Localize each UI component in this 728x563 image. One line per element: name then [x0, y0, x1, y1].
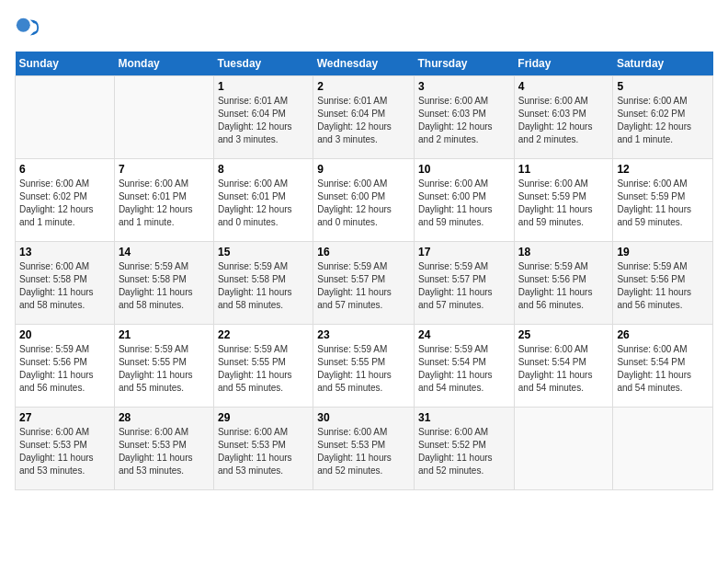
- calendar-cell: 15Sunrise: 5:59 AM Sunset: 5:58 PM Dayli…: [213, 242, 313, 325]
- day-info: Sunrise: 6:00 AM Sunset: 6:02 PM Dayligh…: [19, 178, 110, 229]
- day-number: 23: [317, 328, 410, 341]
- day-info: Sunrise: 6:00 AM Sunset: 5:54 PM Dayligh…: [617, 343, 709, 395]
- day-number: 16: [317, 246, 410, 259]
- calendar-cell: 1Sunrise: 6:01 AM Sunset: 6:04 PM Daylig…: [213, 76, 313, 159]
- day-number: 29: [218, 411, 309, 424]
- calendar-cell: 23Sunrise: 5:59 AM Sunset: 5:55 PM Dayli…: [313, 325, 415, 408]
- calendar-cell: [114, 76, 213, 159]
- calendar-cell: 4Sunrise: 6:00 AM Sunset: 6:03 PM Daylig…: [514, 76, 613, 159]
- calendar-cell: [16, 76, 115, 159]
- calendar-cell: 10Sunrise: 6:00 AM Sunset: 6:00 PM Dayli…: [415, 159, 515, 242]
- calendar-week-1: 1Sunrise: 6:01 AM Sunset: 6:04 PM Daylig…: [16, 76, 713, 159]
- calendar-cell: 13Sunrise: 6:00 AM Sunset: 5:58 PM Dayli…: [16, 242, 115, 325]
- day-info: Sunrise: 6:00 AM Sunset: 6:01 PM Dayligh…: [218, 178, 309, 229]
- calendar-week-5: 27Sunrise: 6:00 AM Sunset: 5:53 PM Dayli…: [16, 408, 713, 490]
- day-number: 3: [418, 80, 510, 93]
- calendar-cell: 27Sunrise: 6:00 AM Sunset: 5:53 PM Dayli…: [16, 408, 115, 490]
- calendar-cell: 12Sunrise: 6:00 AM Sunset: 5:59 PM Dayli…: [613, 159, 713, 242]
- day-info: Sunrise: 5:59 AM Sunset: 5:54 PM Dayligh…: [418, 343, 510, 395]
- day-number: 14: [119, 246, 210, 259]
- calendar-header-wednesday: Wednesday: [313, 52, 415, 76]
- day-number: 22: [218, 328, 309, 341]
- calendar-cell: 7Sunrise: 6:00 AM Sunset: 6:01 PM Daylig…: [114, 159, 213, 242]
- calendar-cell: 20Sunrise: 5:59 AM Sunset: 5:56 PM Dayli…: [16, 325, 115, 408]
- calendar-header-sunday: Sunday: [16, 52, 115, 76]
- day-info: Sunrise: 5:59 AM Sunset: 5:56 PM Dayligh…: [518, 260, 609, 312]
- day-number: 15: [218, 246, 309, 259]
- calendar-cell: 17Sunrise: 5:59 AM Sunset: 5:57 PM Dayli…: [415, 242, 515, 325]
- calendar-cell: 21Sunrise: 5:59 AM Sunset: 5:55 PM Dayli…: [114, 325, 213, 408]
- calendar-cell: 5Sunrise: 6:00 AM Sunset: 6:02 PM Daylig…: [613, 76, 713, 159]
- day-number: 18: [518, 246, 609, 259]
- day-info: Sunrise: 6:00 AM Sunset: 6:01 PM Dayligh…: [119, 178, 210, 229]
- day-number: 9: [317, 163, 410, 176]
- day-info: Sunrise: 5:59 AM Sunset: 5:55 PM Dayligh…: [119, 343, 210, 395]
- day-info: Sunrise: 6:00 AM Sunset: 5:59 PM Dayligh…: [617, 178, 709, 229]
- day-info: Sunrise: 5:59 AM Sunset: 5:55 PM Dayligh…: [218, 343, 309, 395]
- day-number: 28: [119, 411, 210, 424]
- calendar-cell: 19Sunrise: 5:59 AM Sunset: 5:56 PM Dayli…: [613, 242, 713, 325]
- day-info: Sunrise: 5:59 AM Sunset: 5:56 PM Dayligh…: [19, 343, 110, 395]
- calendar-header-row: SundayMondayTuesdayWednesdayThursdayFrid…: [16, 52, 713, 76]
- day-info: Sunrise: 5:59 AM Sunset: 5:58 PM Dayligh…: [119, 260, 210, 312]
- calendar-cell: 14Sunrise: 5:59 AM Sunset: 5:58 PM Dayli…: [114, 242, 213, 325]
- calendar-cell: 8Sunrise: 6:00 AM Sunset: 6:01 PM Daylig…: [213, 159, 313, 242]
- day-info: Sunrise: 6:00 AM Sunset: 5:52 PM Dayligh…: [418, 426, 510, 477]
- calendar-cell: 16Sunrise: 5:59 AM Sunset: 5:57 PM Dayli…: [313, 242, 415, 325]
- day-info: Sunrise: 6:00 AM Sunset: 6:00 PM Dayligh…: [418, 178, 510, 229]
- calendar-cell: 26Sunrise: 6:00 AM Sunset: 5:54 PM Dayli…: [613, 325, 713, 408]
- calendar-cell: 30Sunrise: 6:00 AM Sunset: 5:53 PM Dayli…: [313, 408, 415, 490]
- day-info: Sunrise: 6:00 AM Sunset: 5:53 PM Dayligh…: [317, 426, 410, 477]
- calendar-cell: [613, 408, 713, 490]
- day-number: 12: [617, 163, 709, 176]
- calendar-week-4: 20Sunrise: 5:59 AM Sunset: 5:56 PM Dayli…: [16, 325, 713, 408]
- day-info: Sunrise: 5:59 AM Sunset: 5:56 PM Dayligh…: [617, 260, 709, 312]
- calendar-cell: 9Sunrise: 6:00 AM Sunset: 6:00 PM Daylig…: [313, 159, 415, 242]
- day-info: Sunrise: 6:00 AM Sunset: 5:59 PM Dayligh…: [518, 178, 609, 229]
- day-number: 30: [317, 411, 410, 424]
- calendar-cell: 28Sunrise: 6:00 AM Sunset: 5:53 PM Dayli…: [114, 408, 213, 490]
- calendar-header-friday: Friday: [514, 52, 613, 76]
- day-number: 1: [218, 80, 309, 93]
- day-number: 26: [617, 328, 709, 341]
- day-number: 5: [617, 80, 709, 93]
- calendar-cell: 11Sunrise: 6:00 AM Sunset: 5:59 PM Dayli…: [514, 159, 613, 242]
- calendar-cell: 25Sunrise: 6:00 AM Sunset: 5:54 PM Dayli…: [514, 325, 613, 408]
- calendar-header-monday: Monday: [114, 52, 213, 76]
- day-number: 4: [518, 80, 609, 93]
- day-info: Sunrise: 6:00 AM Sunset: 6:00 PM Dayligh…: [317, 178, 410, 229]
- day-number: 19: [617, 246, 709, 259]
- day-number: 13: [19, 246, 110, 259]
- day-number: 21: [119, 328, 210, 341]
- day-info: Sunrise: 6:00 AM Sunset: 6:03 PM Dayligh…: [518, 95, 609, 146]
- svg-point-0: [17, 18, 30, 32]
- calendar-cell: 3Sunrise: 6:00 AM Sunset: 6:03 PM Daylig…: [415, 76, 515, 159]
- day-number: 25: [518, 328, 609, 341]
- day-number: 31: [418, 411, 510, 424]
- calendar-cell: [514, 408, 613, 490]
- day-info: Sunrise: 5:59 AM Sunset: 5:57 PM Dayligh…: [317, 260, 410, 312]
- day-info: Sunrise: 6:00 AM Sunset: 5:54 PM Dayligh…: [518, 343, 609, 395]
- day-number: 7: [119, 163, 210, 176]
- day-number: 10: [418, 163, 510, 176]
- calendar-week-2: 6Sunrise: 6:00 AM Sunset: 6:02 PM Daylig…: [16, 159, 713, 242]
- day-info: Sunrise: 5:59 AM Sunset: 5:57 PM Dayligh…: [418, 260, 510, 312]
- day-info: Sunrise: 6:00 AM Sunset: 6:03 PM Dayligh…: [418, 95, 510, 146]
- calendar-cell: 22Sunrise: 5:59 AM Sunset: 5:55 PM Dayli…: [213, 325, 313, 408]
- day-number: 24: [418, 328, 510, 341]
- day-number: 2: [317, 80, 410, 93]
- day-info: Sunrise: 6:00 AM Sunset: 5:53 PM Dayligh…: [19, 426, 110, 477]
- calendar-cell: 24Sunrise: 5:59 AM Sunset: 5:54 PM Dayli…: [415, 325, 515, 408]
- logo-icon: [15, 15, 40, 40]
- calendar-cell: 2Sunrise: 6:01 AM Sunset: 6:04 PM Daylig…: [313, 76, 415, 159]
- day-info: Sunrise: 6:00 AM Sunset: 5:58 PM Dayligh…: [19, 260, 110, 312]
- day-info: Sunrise: 6:01 AM Sunset: 6:04 PM Dayligh…: [218, 95, 309, 146]
- day-number: 27: [19, 411, 110, 424]
- page-header: [15, 15, 713, 40]
- day-number: 6: [19, 163, 110, 176]
- logo: [15, 15, 46, 40]
- day-number: 17: [418, 246, 510, 259]
- day-info: Sunrise: 6:00 AM Sunset: 5:53 PM Dayligh…: [119, 426, 210, 477]
- day-info: Sunrise: 6:00 AM Sunset: 5:53 PM Dayligh…: [218, 426, 309, 477]
- calendar-week-3: 13Sunrise: 6:00 AM Sunset: 5:58 PM Dayli…: [16, 242, 713, 325]
